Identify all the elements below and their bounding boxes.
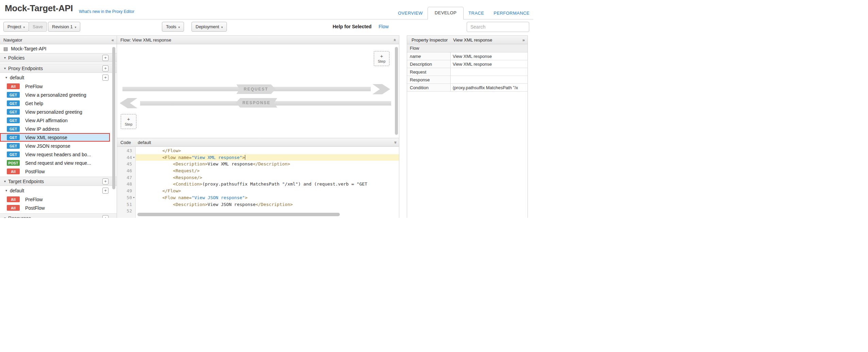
flow-label: View a personalized greeting xyxy=(25,92,86,98)
inspector-value[interactable]: View XML response xyxy=(451,60,528,68)
tab-performance[interactable]: PERFORMANCE xyxy=(489,7,533,19)
flow-row-view-api-affirmation[interactable]: GET View API affirmation xyxy=(0,116,117,125)
code-line-content[interactable]: <Response/> xyxy=(136,174,399,181)
help-flow-link[interactable]: Flow xyxy=(379,24,389,29)
code-line-47[interactable]: 47 <Response/> xyxy=(117,174,399,181)
tab-overview[interactable]: OVERVIEW xyxy=(393,7,428,19)
add-proxy-endpoint-button[interactable]: + xyxy=(102,65,108,71)
inspector-value[interactable]: View XML response xyxy=(451,52,528,60)
collapse-flow-panel-icon[interactable]: « xyxy=(393,39,398,41)
code-line-content[interactable]: <Flow name="View XML response"> xyxy=(136,154,399,161)
triangle-down-icon[interactable]: ▾ xyxy=(4,56,6,60)
deployment-dropdown[interactable]: Deployment▾ xyxy=(191,22,227,32)
inspector-value[interactable]: (proxy.pathsuffix MatchesPath "/x xyxy=(451,84,528,91)
code-line-46[interactable]: 46 <Request/> xyxy=(117,167,399,174)
triangle-down-icon[interactable]: ▾ xyxy=(4,216,6,218)
code-line-49[interactable]: 49 </Flow> xyxy=(117,188,399,194)
section-policies[interactable]: ▾ Policies + xyxy=(0,53,117,62)
fold-gutter xyxy=(132,201,136,208)
navigator-tree: ▤ Mock-Target-API ▾ Policies + ▾ Proxy E… xyxy=(0,44,117,218)
flow-row-view-json-response[interactable]: GET View JSON response xyxy=(0,142,117,150)
section-proxy-endpoints[interactable]: ▾ Proxy Endpoints + xyxy=(0,64,117,73)
add-target-flow-button[interactable]: + xyxy=(102,188,108,194)
flow-row-send-request[interactable]: POST Send request and view reque... xyxy=(0,159,117,167)
navigator-scrollbar-thumb[interactable] xyxy=(112,47,115,189)
response-badge: RESPONSE xyxy=(236,98,277,108)
line-number: 52 xyxy=(117,208,132,214)
code-line-50[interactable]: 50▾ <Flow name="View JSON response"> xyxy=(117,194,399,201)
code-token: name= xyxy=(176,195,191,200)
collapse-inspector-icon[interactable]: » xyxy=(522,37,525,43)
fold-toggle-icon[interactable]: ▾ xyxy=(132,194,136,201)
section-target-endpoints[interactable]: ▾ Target Endpoints + xyxy=(0,177,117,186)
proxy-endpoint-default[interactable]: ▾ default + xyxy=(0,73,117,82)
code-line-content[interactable]: <Flow name="View JSON response"> xyxy=(136,194,399,201)
add-step-button-response[interactable]: + Step xyxy=(121,114,136,129)
flow-row-get-help[interactable]: GET Get help xyxy=(0,99,117,108)
collapse-navigator-icon[interactable]: « xyxy=(112,37,114,43)
target-flow-row-postflow[interactable]: All PostFlow xyxy=(0,204,117,212)
proxy-doc-icon: ▤ xyxy=(3,46,8,51)
code-token: <Request/> xyxy=(173,168,200,173)
code-lines[interactable]: 43 </Flow>44▾ <Flow name="View XML respo… xyxy=(117,147,399,214)
code-line-content[interactable]: <Request/> xyxy=(136,167,399,174)
flow-label: PreFlow xyxy=(25,197,43,202)
flow-label: View IP address xyxy=(25,126,60,132)
target-endpoint-default[interactable]: ▾ default + xyxy=(0,186,117,195)
search-input[interactable] xyxy=(467,22,529,32)
save-button[interactable]: Save xyxy=(29,22,47,32)
proxy-root-item[interactable]: ▤ Mock-Target-API xyxy=(0,44,117,53)
code-editor[interactable]: 43 </Flow>44▾ <Flow name="View XML respo… xyxy=(117,147,399,218)
expand-code-panel-icon[interactable]: « xyxy=(393,141,398,144)
tab-trace[interactable]: TRACE xyxy=(464,7,489,19)
request-badge: REQUEST xyxy=(236,84,276,94)
target-flow-row-preflow[interactable]: All PreFlow xyxy=(0,195,117,204)
triangle-down-icon[interactable]: ▾ xyxy=(4,179,6,183)
whats-new-link[interactable]: What's new in the Proxy Editor xyxy=(79,9,134,14)
flow-scrollbar-thumb[interactable] xyxy=(395,47,398,135)
add-resource-button[interactable]: + xyxy=(102,215,108,218)
inspector-value[interactable] xyxy=(451,76,528,83)
flow-row-view-request-headers[interactable]: GET View request headers and bo... xyxy=(0,150,117,159)
triangle-down-icon[interactable]: ▾ xyxy=(5,76,7,79)
triangle-down-icon[interactable]: ▾ xyxy=(4,66,6,70)
inspector-label: name xyxy=(407,52,451,60)
code-line-44[interactable]: 44▾ <Flow name="View XML response"> xyxy=(117,154,399,161)
code-tab-default[interactable]: default xyxy=(138,140,151,145)
code-line-51[interactable]: 51 <Description>View JSON response</Desc… xyxy=(117,201,399,208)
flow-row-preflow[interactable]: All PreFlow xyxy=(0,82,117,91)
project-dropdown[interactable]: Project▾ xyxy=(3,22,29,32)
add-step-button-request[interactable]: + Step xyxy=(374,51,389,66)
triangle-down-icon[interactable]: ▾ xyxy=(5,189,7,192)
flow-row-view-personalized-greeting[interactable]: GET View personalized greeting xyxy=(0,108,117,116)
code-panel-title: Code xyxy=(120,140,131,145)
flow-row-postflow[interactable]: All PostFlow xyxy=(0,167,117,176)
tab-develop[interactable]: DEVELOP xyxy=(428,7,464,19)
section-resources-clipped[interactable]: ▾ Resources + xyxy=(0,213,117,218)
target-default-label: default xyxy=(10,188,24,193)
tools-dropdown[interactable]: Tools▾ xyxy=(162,22,184,32)
add-flow-button[interactable]: + xyxy=(102,75,108,81)
flow-row-view-a-personalized-greeting[interactable]: GET View a personalized greeting xyxy=(0,91,117,99)
flow-row-view-xml-response-selected[interactable]: GET View XML response xyxy=(0,133,110,142)
navigator-title: Navigator xyxy=(3,37,22,43)
flow-row-view-ip-address[interactable]: GET View IP address xyxy=(0,125,117,133)
code-line-48[interactable]: 48 <Condition>(proxy.pathsuffix MatchesP… xyxy=(117,181,399,188)
method-badge-all: All xyxy=(7,83,20,89)
code-line-43[interactable]: 43 </Flow> xyxy=(117,147,399,154)
code-line-content[interactable]: <Description>View XML response</Descript… xyxy=(136,161,399,167)
code-token: <Description> xyxy=(173,202,208,207)
revision-dropdown[interactable]: Revision 1▾ xyxy=(48,22,80,32)
code-line-content[interactable]: <Description>View JSON response</Descrip… xyxy=(136,201,399,208)
response-arrow-icon xyxy=(120,98,137,108)
code-line-content[interactable]: </Flow> xyxy=(136,147,399,154)
method-badge-get: GET xyxy=(7,109,20,115)
code-line-content[interactable]: </Flow> xyxy=(136,188,399,194)
add-target-endpoint-button[interactable]: + xyxy=(102,178,108,185)
inspector-value[interactable] xyxy=(451,68,528,76)
add-policy-button[interactable]: + xyxy=(102,55,108,61)
code-line-45[interactable]: 45 <Description>View XML response</Descr… xyxy=(117,161,399,167)
code-horizontal-scrollbar-thumb[interactable] xyxy=(137,213,340,216)
fold-toggle-icon[interactable]: ▾ xyxy=(132,154,136,161)
code-line-content[interactable]: <Condition>(proxy.pathsuffix MatchesPath… xyxy=(136,181,399,188)
